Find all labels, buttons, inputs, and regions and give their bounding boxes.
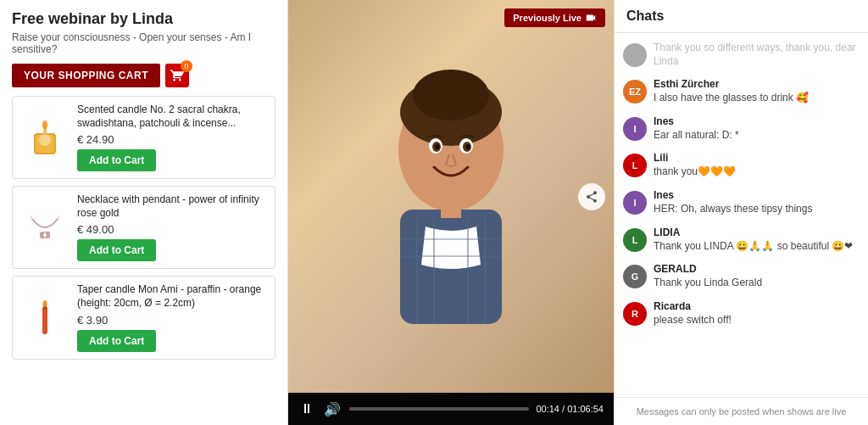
product-price-1: € 24.90 xyxy=(77,133,268,146)
svg-point-4 xyxy=(42,120,47,129)
chat-text-7: please switch off! xyxy=(654,314,860,327)
svg-point-2 xyxy=(39,134,51,146)
video-panel: Previously Live xyxy=(288,0,614,425)
product-image-2 xyxy=(19,202,70,253)
chat-header: Chats xyxy=(615,0,868,33)
product-info-1: Scented candle No. 2 sacral chakra, swad… xyxy=(77,103,268,171)
chat-avatar-5: L xyxy=(623,228,647,252)
cart-badge: 0 xyxy=(181,60,192,72)
product-price-2: € 49.00 xyxy=(77,223,268,236)
chat-text-1: I also have the glasses to drink 🥰 xyxy=(654,92,860,105)
product-card-1: Scented candle No. 2 sacral chakra, swad… xyxy=(12,96,275,179)
chat-message-3: L Lili thank you🧡🧡🧡 xyxy=(615,147,868,184)
chat-text-6: Thank you Linda Gerald xyxy=(654,277,860,290)
chat-avatar-3: L xyxy=(623,154,647,177)
product-name-2: Necklace with pendant - power of infinit… xyxy=(77,193,268,220)
product-name-1: Scented candle No. 2 sacral chakra, swad… xyxy=(77,103,268,130)
product-price-3: € 3.90 xyxy=(77,314,268,327)
svg-rect-22 xyxy=(441,201,461,218)
chat-message-1: EZ Esthi Zürcher I also have the glasses… xyxy=(615,73,868,110)
chat-bubble-7: Ricarda please switch off! xyxy=(654,300,860,327)
chat-sender-5: LIDIA xyxy=(654,226,860,238)
chat-bubble-3: Lili thank you🧡🧡🧡 xyxy=(654,152,860,179)
product-card-2: Necklace with pendant - power of infinit… xyxy=(12,186,275,269)
chat-message-faded: Thank you so different ways, thank you, … xyxy=(615,36,868,73)
chat-avatar-7: R xyxy=(623,302,647,326)
chat-avatar-faded xyxy=(623,43,647,67)
chat-sender-6: GERALD xyxy=(654,263,860,275)
left-panel: Free webinar by Linda Raise your conscio… xyxy=(0,0,288,425)
person-silhouette xyxy=(375,70,527,324)
volume-button[interactable]: 🔊 xyxy=(322,401,342,417)
chat-sender-1: Esthi Zürcher xyxy=(654,78,860,90)
svg-point-10 xyxy=(43,300,47,307)
svg-rect-8 xyxy=(42,306,47,334)
chat-text-3: thank you🧡🧡🧡 xyxy=(654,165,860,179)
time-current: 00:14 xyxy=(536,404,559,414)
product-name-3: Taper candle Mon Ami - paraffin - orange… xyxy=(77,283,268,310)
progress-fill xyxy=(349,407,350,411)
chat-bubble-faded: Thank you so different ways, thank you, … xyxy=(654,42,860,68)
add-to-cart-button-3[interactable]: Add to Cart xyxy=(77,330,156,352)
chat-avatar-4: I xyxy=(623,191,647,215)
svg-point-14 xyxy=(413,70,489,120)
chat-sender-2: Ines xyxy=(654,115,860,127)
chat-message-7: R Ricarda please switch off! xyxy=(615,295,868,333)
chat-messages-list: EZ Esthi Zürcher I also have the glasses… xyxy=(615,73,868,332)
chat-avatar-1: EZ xyxy=(623,80,647,103)
chat-message-2: I Ines Ear all natural: D: * xyxy=(615,110,868,148)
product-info-3: Taper candle Mon Ami - paraffin - orange… xyxy=(77,283,268,351)
chat-sender-3: Lili xyxy=(654,152,860,164)
share-button[interactable] xyxy=(578,183,605,210)
product-image-3 xyxy=(19,292,70,343)
chat-message-6: G GERALD Thank you Linda Gerald xyxy=(615,258,868,295)
products-list: Scented candle No. 2 sacral chakra, swad… xyxy=(12,96,275,366)
shopping-cart-button[interactable]: YOUR SHOPPING CART xyxy=(12,64,160,87)
play-pause-button[interactable]: ⏸ xyxy=(298,401,315,417)
cart-icon-wrap: 0 xyxy=(165,64,189,87)
chat-messages: Thank you so different ways, thank you, … xyxy=(615,33,868,397)
chat-text-5: Thank you LINDA 😀🙏🙏 so beautiful 😀❤ xyxy=(654,240,860,254)
chat-avatar-6: G xyxy=(623,265,647,288)
time-total: 01:06:54 xyxy=(567,404,604,414)
chat-sender-4: Ines xyxy=(654,189,860,201)
cart-btn-row: YOUR SHOPPING CART 0 xyxy=(12,64,275,87)
share-icon xyxy=(585,190,598,204)
product-info-2: Necklace with pendant - power of infinit… xyxy=(77,193,268,261)
svg-point-19 xyxy=(436,144,440,149)
chat-sender-7: Ricarda xyxy=(654,300,860,312)
chat-bubble-5: LIDIA Thank you LINDA 😀🙏🙏 so beautiful 😀… xyxy=(654,226,860,254)
chat-bubble-6: GERALD Thank you Linda Gerald xyxy=(654,263,860,290)
product-card-3: Taper candle Mon Ami - paraffin - orange… xyxy=(12,276,275,359)
chat-bubble-1: Esthi Zürcher I also have the glasses to… xyxy=(654,78,860,105)
svg-point-20 xyxy=(466,144,470,149)
chat-panel: Chats Thank you so different ways, thank… xyxy=(614,0,868,425)
progress-bar[interactable] xyxy=(349,407,529,411)
video-controls: ⏸ 🔊 00:14 / 01:06:54 xyxy=(288,393,614,425)
time-display: 00:14 / 01:06:54 xyxy=(536,404,604,414)
video-area: Previously Live xyxy=(288,0,614,393)
webinar-title: Free webinar by Linda xyxy=(12,10,275,28)
product-image-1 xyxy=(19,112,70,163)
webinar-subtitle: Raise your consciousness - Open your sen… xyxy=(12,31,275,55)
chat-text-faded: Thank you so different ways, thank you, … xyxy=(654,42,860,68)
chat-text-4: HER: Oh, always these tipsy things xyxy=(654,203,860,216)
chat-input-area: Messages can only be posted when shows a… xyxy=(615,397,868,425)
add-to-cart-button-2[interactable]: Add to Cart xyxy=(77,239,156,261)
add-to-cart-button-1[interactable]: Add to Cart xyxy=(77,149,156,171)
chat-text-2: Ear all natural: D: * xyxy=(654,129,860,143)
chat-footer-message: Messages can only be posted when shows a… xyxy=(625,406,858,417)
chat-avatar-2: I xyxy=(623,117,647,141)
chat-message-5: L LIDIA Thank you LINDA 😀🙏🙏 so beautiful… xyxy=(615,221,868,259)
video-content xyxy=(288,0,614,393)
chat-bubble-4: Ines HER: Oh, always these tipsy things xyxy=(654,189,860,216)
chat-bubble-2: Ines Ear all natural: D: * xyxy=(654,115,860,143)
chat-message-4: I Ines HER: Oh, always these tipsy thing… xyxy=(615,184,868,221)
